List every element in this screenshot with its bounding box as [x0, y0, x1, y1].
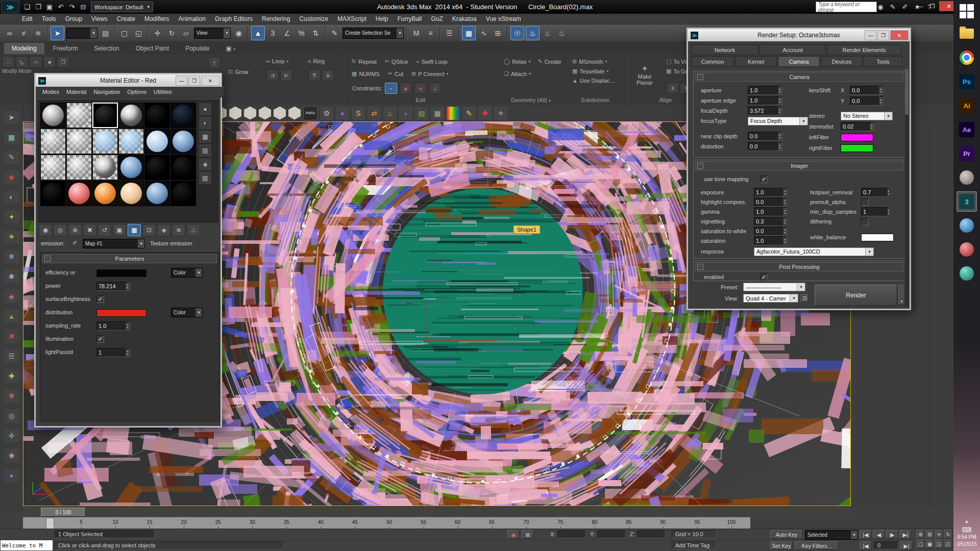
3dsmax-logo[interactable]: ≫: [1, 1, 19, 13]
contrast-tool-icon[interactable]: ◐: [4, 190, 19, 204]
mirror-icon[interactable]: M: [410, 27, 423, 40]
sample-slot-21[interactable]: [92, 181, 118, 206]
tab-modeling[interactable]: Modeling: [4, 43, 44, 54]
render-flyout-icon[interactable]: ▾: [898, 285, 905, 305]
sample-slot-9[interactable]: [92, 129, 118, 154]
time-slider-handle[interactable]: 0 / 100: [41, 508, 86, 517]
pointer-icon[interactable]: ➤: [4, 111, 19, 124]
put-material-icon[interactable]: ◎: [54, 224, 67, 236]
ribbon-button-relax[interactable]: ◯Relax▾: [501, 57, 533, 66]
select-and-scale-icon[interactable]: ▱: [180, 27, 192, 40]
eyedropper-icon[interactable]: ✐: [72, 240, 77, 246]
menu-furryball[interactable]: FurryBall: [393, 15, 426, 22]
premiere-icon[interactable]: Pr: [957, 143, 977, 164]
close-icon[interactable]: ✕: [201, 76, 219, 86]
minimize-button[interactable]: —: [865, 30, 876, 40]
parameters-header[interactable]: - Parameters: [42, 254, 217, 263]
tray-arrow-icon[interactable]: ▴: [957, 517, 977, 524]
me-menu-navigation[interactable]: Navigation: [90, 89, 124, 95]
sample-tiling-icon[interactable]: ▤: [199, 144, 212, 157]
hex-slate-icon-6[interactable]: [288, 107, 301, 120]
hex-slate-icon-5[interactable]: [274, 107, 286, 120]
sample-slot-15[interactable]: [92, 155, 118, 180]
distortion-spinner[interactable]: 0.0▴▾: [748, 142, 782, 151]
camera-rollout-header[interactable]: - Camera: [695, 72, 903, 82]
tab-freeform[interactable]: Freeform: [45, 43, 86, 54]
constraint-normal-icon[interactable]: ⊥: [429, 83, 442, 94]
snow-tool-icon[interactable]: ❄: [4, 250, 19, 263]
lens-shift-y-spinner[interactable]: 0.0▴▾: [850, 96, 884, 106]
sample-slot-17[interactable]: [144, 155, 170, 180]
render-setup-dialog[interactable]: ≫ Render Setup: Octane3dsmax — ❐ ✕ Netwo…: [687, 28, 911, 310]
maxscript-mini-listener[interactable]: Welcome to M: [0, 540, 53, 551]
emission-map-dropdown[interactable]: Map #1▾: [83, 239, 145, 248]
ribbon-button-msmooth[interactable]: ⊞MSmooth▾: [570, 57, 617, 66]
scrollbar[interactable]: [905, 69, 909, 307]
ribbon-button-qslice[interactable]: ✂QSlice: [382, 57, 411, 66]
clover-tool-icon[interactable]: ✤: [4, 429, 19, 442]
tab-devices[interactable]: Devices: [821, 56, 863, 67]
menu-edit[interactable]: Edit: [17, 15, 37, 22]
sculpt-orb-icon[interactable]: [957, 167, 977, 188]
add-time-tag[interactable]: Add Time Tag: [672, 541, 717, 549]
current-frame-marker[interactable]: [46, 518, 54, 529]
resolve-orb-icon[interactable]: [957, 239, 977, 260]
selection-lock-icon[interactable]: ⊠: [522, 530, 534, 539]
exposure-spinner[interactable]: 1.0▴▾: [754, 188, 788, 197]
zoom-extents-icon[interactable]: ▢: [916, 539, 925, 548]
sparkle-icon[interactable]: ✧: [494, 107, 507, 120]
transport-button-4[interactable]: ▶|: [899, 530, 912, 539]
ribbon-button-tessellate[interactable]: ▦Tessellate▾: [570, 67, 617, 76]
hex-slate-icon-4[interactable]: [259, 107, 271, 120]
sample-slot-23[interactable]: [144, 181, 170, 206]
rightfilter-swatch[interactable]: [841, 144, 873, 152]
select-and-manipulate-icon[interactable]: ▲: [251, 26, 265, 40]
render-globe-icon[interactable]: ☉: [510, 26, 524, 40]
tab-render-elements[interactable]: Render Elements: [827, 44, 901, 55]
go-to-sibling-icon[interactable]: ≋: [172, 224, 185, 236]
ring-shrink-icon[interactable]: ⇊: [322, 69, 334, 81]
pan-icon[interactable]: ✛: [935, 530, 943, 539]
menu-create[interactable]: Create: [112, 15, 140, 22]
surfacebrightness-checkbox[interactable]: ✓: [96, 295, 104, 303]
tab-populate[interactable]: Populate: [178, 43, 217, 54]
assign-material-icon[interactable]: ⊕: [68, 224, 82, 236]
bloom-tool-icon[interactable]: ❀: [4, 449, 19, 462]
rendered-frame-icon[interactable]: ♨: [541, 27, 554, 40]
file-explorer-icon[interactable]: [957, 23, 977, 44]
go-to-parent-icon[interactable]: ◈: [157, 224, 170, 236]
infocenter-pen-icon[interactable]: ✐: [899, 2, 911, 12]
me-menu-modes[interactable]: Modes: [39, 89, 63, 95]
reset-map-icon[interactable]: ↺: [98, 224, 111, 236]
zoom-all-icon[interactable]: ⊞: [925, 530, 934, 539]
sample-slot-22[interactable]: [118, 181, 144, 206]
viewport-lock-icon[interactable]: ⊡: [800, 294, 809, 303]
near-clip-depth-spinner[interactable]: 0.0▴▾: [748, 132, 782, 141]
menu-goz[interactable]: GoZ: [426, 15, 447, 22]
edit-named-selections-icon[interactable]: ✎: [328, 27, 341, 40]
ribbon-button-nurms[interactable]: ▦NURMS: [349, 69, 382, 78]
start-button[interactable]: [957, 3, 977, 20]
material-editor-titlebar[interactable]: ≫ Material Editor - Red — ❐ ✕: [36, 74, 220, 87]
tab-common[interactable]: Common: [691, 56, 734, 67]
selection-filter-dropdown[interactable]: ▾: [66, 28, 97, 39]
options-icon[interactable]: ▧: [199, 171, 212, 185]
use-pivot-center-icon[interactable]: ◉: [232, 27, 245, 40]
aperture-spinner[interactable]: 1.0▴▾: [748, 86, 782, 95]
ring-grow-icon[interactable]: ⇈: [308, 69, 321, 81]
angle-snap-icon[interactable]: ∠: [281, 27, 293, 40]
preset-dropdown[interactable]: -------------------▾: [743, 283, 805, 291]
menu-maxscript[interactable]: MAXScript: [333, 15, 371, 22]
me-menu-material[interactable]: Material: [63, 89, 90, 95]
percent-snap-icon[interactable]: %: [295, 27, 308, 40]
saturation-to-white-spinner[interactable]: 0.0▴▾: [754, 227, 788, 236]
transport-button-2[interactable]: ◀: [873, 530, 885, 539]
vignetting-spinner[interactable]: 0.3▴▾: [754, 217, 788, 226]
efficiency-or-swatch[interactable]: [96, 269, 146, 277]
show-map-in-viewport-icon[interactable]: ▦: [128, 224, 141, 236]
after-effects-icon[interactable]: Ae: [957, 119, 977, 140]
menu-tools[interactable]: Tools: [37, 15, 61, 22]
sample-slot-11[interactable]: [144, 129, 170, 154]
dark-sphere-icon[interactable]: ●: [399, 107, 412, 120]
pencil-tool-icon[interactable]: ✎: [4, 151, 19, 164]
